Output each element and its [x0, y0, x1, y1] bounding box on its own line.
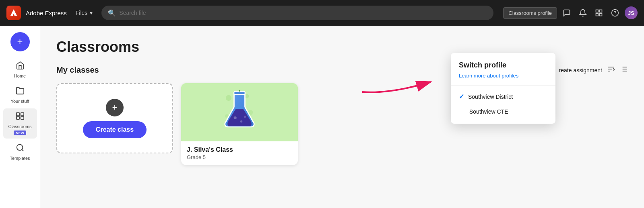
grid-icon-button[interactable] [592, 6, 605, 19]
svg-point-31 [240, 120, 242, 122]
switch-profile-popup: Switch profile Learn more about profiles… [451, 53, 555, 124]
search-input[interactable] [119, 10, 487, 16]
chat-icon-button[interactable] [560, 6, 573, 19]
adobe-logo [6, 6, 21, 20]
sidebar-item-templates[interactable]: Templates [3, 140, 37, 164]
popup-option-southview-cte[interactable]: Southview CTE [451, 104, 555, 119]
search-bar: 🔍 [101, 6, 493, 20]
files-label: Files [76, 10, 88, 16]
create-class-button[interactable]: Create class [83, 121, 147, 138]
your-stuff-icon [16, 86, 25, 97]
popup-divider [451, 85, 555, 86]
class-card[interactable]: J. Silva's Class Grade 5 [181, 83, 298, 165]
svg-rect-25 [234, 91, 245, 94]
svg-rect-3 [600, 14, 602, 16]
popup-title: Switch profile [451, 61, 555, 73]
class-card-thumbnail [181, 83, 298, 141]
learn-more-link[interactable]: Learn more about profiles [451, 73, 555, 85]
section-actions: reate assignment [559, 65, 628, 75]
svg-line-10 [22, 149, 23, 151]
content-area: Classrooms My classes reate assignment [40, 26, 644, 208]
top-navigation: Adobe Express Files ▾ 🔍 Classrooms profi… [0, 0, 644, 26]
new-badge: NEW [14, 131, 26, 135]
list-view-button[interactable] [620, 65, 628, 75]
popup-option-southview-district[interactable]: ✓ Southview District [451, 89, 555, 104]
help-icon-button[interactable] [609, 6, 621, 19]
sidebar-templates-label: Templates [10, 156, 30, 161]
main-layout: + Home Your stuff [0, 26, 644, 208]
class-card-info: J. Silva's Class Grade 5 [181, 141, 298, 165]
classrooms-icon [16, 112, 25, 122]
sort-view-button[interactable] [607, 65, 615, 75]
sidebar: + Home Your stuff [0, 26, 40, 208]
check-icon: ✓ [459, 93, 464, 100]
svg-rect-2 [596, 14, 599, 16]
files-dropdown[interactable]: Files ▾ [72, 7, 97, 18]
svg-point-20 [226, 95, 231, 100]
svg-point-9 [17, 145, 23, 151]
sidebar-home-label: Home [14, 73, 26, 78]
classrooms-profile-button[interactable]: Classrooms profile [503, 7, 557, 19]
sidebar-item-classrooms[interactable]: Classrooms NEW [3, 108, 37, 139]
create-class-card[interactable]: + Create class [56, 83, 173, 153]
create-class-circle: + [106, 99, 124, 116]
svg-rect-1 [600, 10, 602, 12]
svg-rect-8 [21, 116, 23, 119]
option-southview-cte-label: Southview CTE [469, 108, 508, 115]
svg-point-32 [244, 116, 246, 118]
svg-rect-5 [16, 113, 19, 116]
home-icon [16, 61, 25, 72]
section-title: My classes [56, 65, 99, 75]
app-name: Adobe Express [26, 10, 67, 16]
class-card-grade: Grade 5 [187, 154, 292, 160]
class-card-name: J. Silva's Class [187, 146, 292, 153]
user-avatar[interactable]: JS [625, 6, 638, 19]
bell-icon-button[interactable] [576, 6, 589, 19]
svg-rect-6 [21, 113, 23, 116]
svg-rect-0 [596, 10, 599, 12]
add-button[interactable]: + [10, 32, 30, 51]
svg-point-30 [234, 116, 237, 119]
svg-rect-7 [16, 116, 19, 119]
option-southview-district-label: Southview District [468, 94, 513, 100]
sidebar-your-stuff-label: Your stuff [11, 99, 29, 104]
chevron-down-icon: ▾ [90, 10, 93, 16]
sidebar-classrooms-label: Classrooms [8, 124, 31, 129]
templates-icon [16, 143, 25, 154]
search-icon: 🔍 [108, 9, 116, 17]
nav-right: Classrooms profile JS [503, 6, 638, 19]
create-assignment-button[interactable]: reate assignment [559, 67, 602, 73]
sidebar-item-home[interactable]: Home [3, 58, 37, 82]
sidebar-item-your-stuff[interactable]: Your stuff [3, 83, 37, 107]
